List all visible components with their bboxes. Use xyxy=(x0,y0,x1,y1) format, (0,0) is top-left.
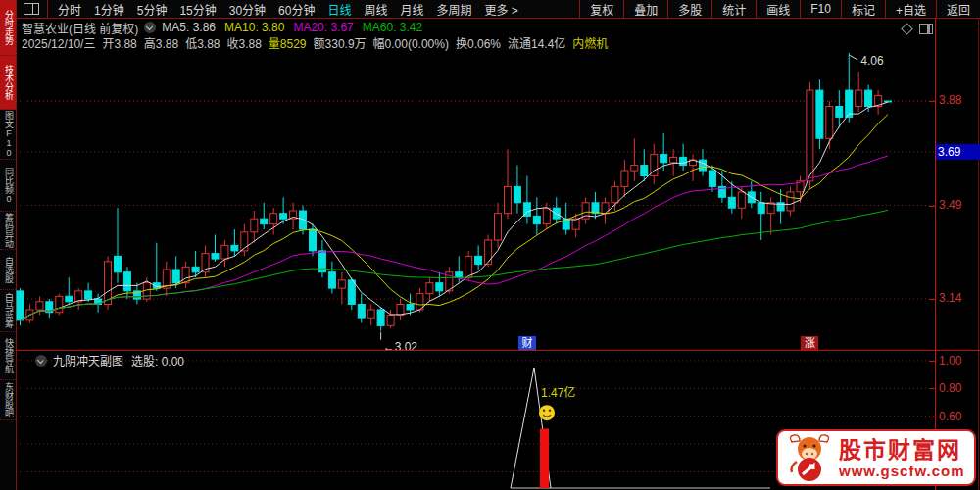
candle-body xyxy=(856,90,862,106)
period-tab[interactable]: 1分钟 xyxy=(94,1,124,18)
toolbar-buttons: 复权叠加多股统计画线F10标记+自选返回 xyxy=(579,0,980,18)
candle-body xyxy=(661,155,667,163)
candle-body xyxy=(543,208,550,223)
toolbar-button[interactable]: F10 xyxy=(800,0,841,18)
sidebar-tab[interactable]: 快捷导航 xyxy=(0,332,16,380)
candle-body xyxy=(123,272,130,291)
period-tab[interactable]: 30分钟 xyxy=(229,1,266,18)
candle-body xyxy=(738,192,745,208)
event-badge[interactable]: 财 xyxy=(518,336,536,350)
price-axis-line xyxy=(935,19,936,490)
left-sidebar: 分时走势技术分析图文F10同比频0筹码异动自选股白马蓝筹快捷导航东财股吧 xyxy=(0,0,17,490)
period-tab[interactable]: 分时 xyxy=(58,1,81,18)
candle-body xyxy=(533,216,540,223)
candle-body xyxy=(66,296,73,302)
quote-part: 收3.88 xyxy=(226,34,261,51)
toolbar-button[interactable]: 标记 xyxy=(841,0,885,18)
price-axis-label: 3.88 xyxy=(939,93,978,107)
candle-body xyxy=(836,107,843,118)
sub-axis-label: 1.00 xyxy=(939,354,978,368)
candle-body xyxy=(456,272,463,278)
period-tab[interactable]: 更多 > xyxy=(485,1,518,18)
candle-body xyxy=(728,197,735,208)
quote-part: 流通14.4亿 xyxy=(508,34,565,51)
sidebar-tab[interactable]: 技术分析 xyxy=(0,56,16,110)
event-badge[interactable]: 涨 xyxy=(801,336,818,350)
axis-tick xyxy=(929,101,935,102)
candle-body xyxy=(172,270,179,283)
sub-axis-label: 0.60 xyxy=(939,410,978,423)
toolbar-button[interactable]: 多股 xyxy=(667,0,711,18)
sidebar-tab[interactable]: 白马蓝筹 xyxy=(0,290,16,332)
toolbar-button[interactable]: 复权 xyxy=(579,0,623,18)
quote-part: 额330.9万 xyxy=(314,34,367,51)
ma-value: MA5: 3.86 xyxy=(162,21,216,34)
toolbar-button[interactable]: +自选 xyxy=(885,0,936,18)
sidebar-tab[interactable]: 自选股 xyxy=(0,250,16,290)
candle-body xyxy=(495,214,502,240)
candle-body xyxy=(17,291,24,320)
candle-body xyxy=(85,291,92,299)
candle-body xyxy=(115,256,122,271)
pane-toggle-icon[interactable] xyxy=(919,24,933,34)
candle-body xyxy=(485,240,492,265)
period-tab[interactable]: 周线 xyxy=(364,1,387,18)
candle-body xyxy=(231,245,238,251)
candle-body xyxy=(514,186,520,202)
price-axis-label: 3.49 xyxy=(939,198,978,212)
axis-tick xyxy=(929,206,935,207)
candle-body xyxy=(407,305,414,311)
candle-body xyxy=(758,203,764,214)
candle-body xyxy=(192,267,199,272)
toolbar-button[interactable]: 返回 xyxy=(936,0,980,18)
period-tab[interactable]: 多周期 xyxy=(437,1,472,18)
quote-part: 低3.88 xyxy=(185,34,220,51)
candle-body xyxy=(709,171,715,186)
diamond-icon[interactable] xyxy=(901,23,913,35)
site-watermark: 股市财富网 www.gscfw.com xyxy=(776,429,976,486)
candle-body xyxy=(846,90,853,117)
quote-part: 换0.06% xyxy=(456,34,501,51)
period-tab[interactable]: 5分钟 xyxy=(137,1,168,18)
toolbar-button[interactable]: 叠加 xyxy=(623,0,667,18)
sidebar-tab[interactable]: 图文F10 xyxy=(0,110,16,160)
candle-body xyxy=(816,90,823,138)
right-edge-line xyxy=(978,19,979,490)
stock-info-row: 智慧农业(日线 前复权) MA5: 3.86MA10: 3.80MA20: 3.… xyxy=(22,21,431,34)
ma-line xyxy=(21,210,889,320)
sub-axis-label: 0.80 xyxy=(939,381,978,395)
ma-line xyxy=(21,115,889,320)
toolbar-button[interactable]: 统计 xyxy=(711,0,756,18)
candle-body xyxy=(807,90,813,181)
period-tab[interactable]: 月线 xyxy=(401,1,424,18)
ma-value: MA20: 3.67 xyxy=(293,21,353,34)
candle-body xyxy=(700,160,707,171)
candle-body xyxy=(641,166,648,176)
period-tab[interactable]: 日线 xyxy=(327,1,351,18)
period-tab[interactable]: 60分钟 xyxy=(278,1,315,18)
candle-body xyxy=(466,256,472,277)
period-tabs: 分时1分钟5分钟15分钟30分钟60分钟日线周线月线多周期更多 > xyxy=(47,0,579,18)
candle-body xyxy=(251,219,258,232)
sidebar-tab[interactable]: 分时走势 xyxy=(0,0,16,56)
quote-part: 内燃机 xyxy=(572,34,608,51)
ma-value: MA10: 3.80 xyxy=(224,21,284,34)
chevron-down-icon[interactable] xyxy=(144,22,156,33)
bull-logo-icon xyxy=(784,432,835,483)
watermark-url: www.gscfw.com xyxy=(839,463,965,479)
sidebar-tab[interactable]: 东财股吧 xyxy=(0,380,16,420)
candle-body xyxy=(212,254,219,260)
quote-part: 量8529 xyxy=(269,34,307,51)
sidebar-tab[interactable]: 同比频0 xyxy=(0,160,16,212)
toolbar-button[interactable]: 画线 xyxy=(756,0,800,18)
candlestick-chart[interactable]: 4.06←3.02 xyxy=(16,51,935,351)
candle-body xyxy=(182,267,189,282)
candle-body xyxy=(680,157,687,165)
period-tab[interactable]: 15分钟 xyxy=(179,1,216,18)
candle-body xyxy=(426,283,433,294)
sidebar-tab[interactable]: 筹码异动 xyxy=(0,212,16,250)
candle-body xyxy=(787,192,794,211)
candle-body xyxy=(436,283,443,291)
split-window-icon[interactable] xyxy=(24,3,39,15)
price-axis-badge: 3.69 xyxy=(936,144,980,160)
